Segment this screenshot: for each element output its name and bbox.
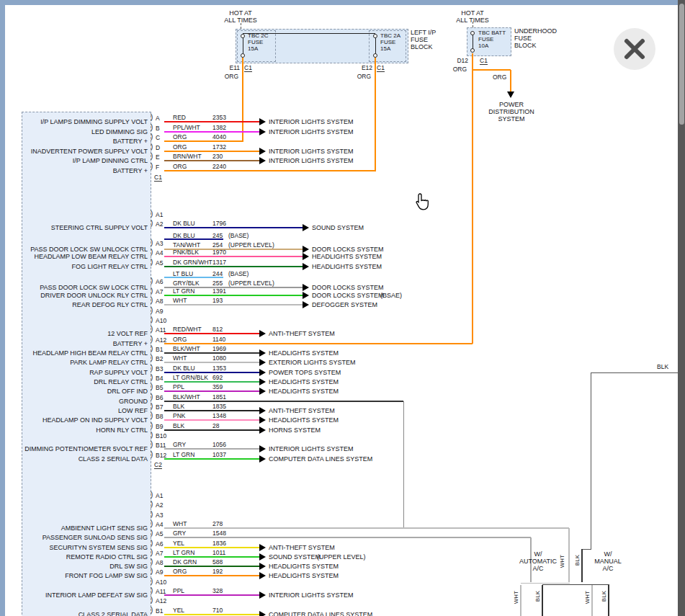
signal-name-label: I/P LAMPS DIMMING SUPPLY VOLT <box>23 118 148 125</box>
wire-org-e11 <box>242 58 243 142</box>
circuit-number: 359 <box>212 383 223 390</box>
system-target-label: HEADLIGHTS SYSTEM <box>269 388 339 395</box>
circuit-number: 588 <box>212 558 223 566</box>
signal-name-label: INTERIOR LAMP DEFEAT SW SIG <box>23 592 148 599</box>
wire-segment <box>164 390 259 392</box>
system-target-label: SOUND SYSTEM <box>312 224 364 231</box>
fuse-block-name: UNDERHOOD FUSE BLOCK <box>514 27 557 49</box>
system-target-label: DOOR LOCKS SYSTEM <box>312 292 384 299</box>
pin-bracket: ) <box>151 491 153 499</box>
system-target-label: HEADLIGHTS SYSTEM <box>269 378 339 385</box>
pin-bracket: ) <box>151 549 153 556</box>
wire-segment <box>164 352 259 354</box>
circuit-number: 2353 <box>212 114 226 121</box>
wire-color-label: ORG <box>173 336 187 343</box>
wire-variant-note: (BASE) <box>228 232 249 239</box>
pin-bracket: ) <box>151 326 153 333</box>
pin-label: F <box>156 164 159 171</box>
circuit-number: 1348 <box>212 412 226 419</box>
pin-label: B5 <box>156 384 163 391</box>
pin-bracket: ) <box>151 511 153 518</box>
signal-name-label: 12 VOLT REF <box>23 330 148 337</box>
circuit-number: 1969 <box>212 345 226 352</box>
circuit-number: 1353 <box>212 365 226 372</box>
scrollbar-track[interactable] <box>678 0 685 616</box>
circuit-number: 1080 <box>212 354 226 362</box>
circuit-number: 278 <box>212 520 223 527</box>
pin-bracket: ) <box>151 307 153 314</box>
pin-label: A2 <box>156 220 163 228</box>
wire-segment <box>164 266 303 267</box>
wire-segment <box>164 295 303 296</box>
wire-segment <box>164 458 259 460</box>
pin-bracket: ) <box>151 441 153 448</box>
wire-color-label: ORG <box>445 66 467 73</box>
circuit-number: 1037 <box>212 451 226 458</box>
system-target-label: INTERIOR LIGHTS SYSTEM <box>269 118 354 125</box>
pin-bracket: ) <box>151 597 153 604</box>
rotated-wire-tag: WHT <box>559 555 565 568</box>
fuse-name: TBC 2A <box>380 32 400 39</box>
flow-arrow-right <box>259 359 266 366</box>
fuse-block-name: LEFT I/P FUSE BLOCK <box>411 29 436 50</box>
close-button[interactable] <box>614 28 655 70</box>
wire-variant-note: (UPPER LEVEL) <box>228 280 274 287</box>
pin-label: A12 <box>156 597 166 604</box>
signal-name-label: HEADLAMP ON IND SUPPLY VOLT <box>23 416 148 424</box>
wire-color-label: ORG <box>349 73 371 80</box>
circuit-number: 1732 <box>212 143 226 151</box>
wire-org-branch <box>510 70 511 91</box>
signal-name-label: SECURITYN SYSTEM SENS SIG <box>23 544 148 551</box>
flow-arrow-right <box>259 157 266 164</box>
flow-arrow-right <box>303 224 309 231</box>
wiring-diagram-canvas[interactable]: HOT AT ALL TIMESTBC 2CFUSE15ATBC 2AFUSE1… <box>0 0 685 616</box>
fuse-pin-label: E11 <box>218 64 240 71</box>
fuse-pin-label: D12 <box>447 57 468 64</box>
signal-name-label: HORN RLY CTRL <box>23 427 148 434</box>
pin-label: B9 <box>156 423 163 430</box>
wire-segment <box>164 227 303 228</box>
pin-bracket: ) <box>151 422 153 429</box>
system-target-label: HEADLIGHTS SYSTEM <box>312 253 382 260</box>
pin-bracket: ) <box>151 540 153 547</box>
flow-arrow-right <box>259 407 266 414</box>
window-frame-top <box>0 0 678 5</box>
rotated-wire-tag: BLK <box>534 591 541 602</box>
ac-automatic-label: W/ AUTOMATIC A/C <box>517 550 559 572</box>
pin-bracket: ) <box>151 365 153 372</box>
circuit-number: 1011 <box>212 549 225 556</box>
flow-arrow-right <box>259 118 266 125</box>
circuit-number: 2240 <box>212 163 226 170</box>
system-target-label: EXTERIOR LIGHTS SYSTEM <box>269 359 356 366</box>
system-target-label: ANTI-THEFT SYSTEM <box>269 330 335 337</box>
pin-bracket: ) <box>151 578 153 585</box>
system-target-label: HEADLIGHTS SYSTEM <box>269 349 339 357</box>
circuit-number: 1391 <box>212 287 226 295</box>
pin-label: A5 <box>156 530 163 537</box>
wire-variant-note: (UPPER LEVEL) <box>228 241 274 249</box>
system-target-label: INTERIOR LIGHTS SYSTEM <box>269 128 354 135</box>
circuit-number: 1382 <box>212 124 226 131</box>
connector-label: C1 <box>154 174 162 182</box>
flow-arrow-right <box>259 553 266 561</box>
wire-segment <box>164 304 303 305</box>
signal-name-label: HEADLAMP LOW BEAM RELAY CTRL <box>23 253 148 260</box>
pin-label: A10 <box>156 317 166 324</box>
wire-color-label: BRN/WHT <box>173 153 202 160</box>
pin-bracket: ) <box>151 607 153 614</box>
wire-segment <box>164 131 259 133</box>
circuit-number: 1796 <box>212 220 226 227</box>
wire-color-label: GRY/BLK <box>173 280 200 287</box>
system-target-label: ANTI-THEFT SYSTEM <box>269 544 335 551</box>
flow-arrow-right <box>259 369 266 376</box>
wire-segment <box>164 614 259 615</box>
pin-bracket: ) <box>151 249 153 256</box>
scrollbar-thumb[interactable] <box>679 4 684 125</box>
pin-label: A8 <box>156 298 163 305</box>
pin-bracket: ) <box>151 412 153 419</box>
close-icon <box>614 28 655 70</box>
wire-segment <box>164 547 259 548</box>
wire-segment <box>164 566 259 567</box>
wire-segment <box>164 256 303 257</box>
fuse-rating: 15A <box>248 45 258 52</box>
